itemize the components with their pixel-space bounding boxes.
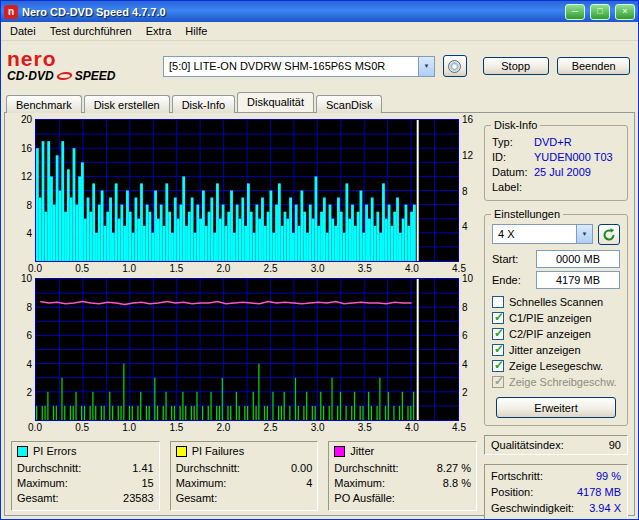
axis-tick: 8 — [26, 301, 32, 312]
axis-tick: 2.5 — [264, 263, 278, 274]
disk-date-value: 25 Jul 2009 — [534, 165, 591, 180]
product-wordmark: CD·DVD SPEED — [7, 69, 155, 83]
menu-bar: Datei Test durchführen Extra Hilfe — [1, 22, 638, 41]
stat-value: 23583 — [123, 491, 154, 506]
side-panel: Disk-Info Typ:DVD+R ID:YUDEN000 T03 Datu… — [484, 119, 630, 512]
maximize-button[interactable]: □ — [590, 4, 610, 20]
end-field[interactable]: 4179 MB — [536, 271, 620, 289]
axis-tick: 4 — [26, 358, 32, 369]
axis-tick: 4 — [462, 358, 468, 369]
stat-label: Durchschnitt: — [334, 461, 398, 476]
axis-tick: 4 — [26, 228, 32, 239]
disk-info-group: Disk-Info Typ:DVD+R ID:YUDEN000 T03 Datu… — [484, 125, 628, 201]
progress-panel: Fortschritt:99 % Position:4178 MB Geschw… — [484, 464, 628, 520]
axis-tick: 2.5 — [264, 422, 278, 433]
axis-tick: 6 — [462, 330, 468, 341]
tab-scandisk[interactable]: ScanDisk — [316, 95, 382, 113]
checkbox-jitter[interactable]: Jitter anzeigen — [492, 343, 620, 357]
checkbox-icon — [492, 376, 504, 388]
settings-group: Einstellungen 4 X ▼ Start: 00 — [484, 214, 628, 426]
disk-label-label: Label: — [492, 180, 534, 195]
axis-tick: 8 — [462, 185, 468, 196]
tab-disk-erstellen[interactable]: Disk erstellen — [84, 95, 170, 113]
titlebar: n Nero CD-DVD Speed 4.7.7.0 ─ □ × — [1, 1, 638, 22]
menu-item-datei[interactable]: Datei — [3, 23, 43, 39]
disk-date-label: Datum: — [492, 165, 534, 180]
disc-icon — [448, 60, 461, 73]
checkbox-fast-scan[interactable]: Schnelles Scannen — [492, 295, 620, 309]
axis-tick: 3.0 — [311, 263, 325, 274]
minimize-button[interactable]: ─ — [565, 4, 585, 20]
pi-errors-left-axis: 20161284 — [9, 119, 35, 262]
stat-label: Maximum: — [17, 476, 68, 491]
nero-app-icon: n — [4, 5, 18, 19]
stat-title: PI Failures — [192, 444, 245, 459]
checkbox-icon — [492, 360, 504, 372]
speed-select[interactable]: 4 X ▼ — [492, 224, 593, 244]
speed-text: SPEED — [75, 69, 116, 83]
disk-id-value: YUDEN000 T03 — [534, 150, 613, 165]
pi-errors-plot — [35, 119, 459, 262]
menu-item-test-durchfuehren[interactable]: Test durchführen — [43, 23, 139, 39]
pif-right-axis: 108642 — [459, 278, 479, 421]
disk-type-label: Typ: — [492, 135, 534, 150]
refresh-button[interactable] — [598, 224, 620, 245]
axis-tick: 1.0 — [122, 263, 136, 274]
axis-tick: 1.5 — [169, 263, 183, 274]
checkbox-c1-pie[interactable]: C1/PIE anzeigen — [492, 311, 620, 325]
advanced-button[interactable]: Erweitert — [496, 397, 616, 418]
checkbox-icon — [492, 296, 504, 308]
axis-tick: 20 — [21, 114, 32, 125]
stat-value: 8.27 % — [437, 461, 471, 476]
pi-errors-right-axis: 161284 — [459, 119, 479, 262]
close-button[interactable]: × — [615, 4, 635, 20]
axis-tick: 8 — [26, 199, 32, 210]
stat-value: 0.00 — [291, 461, 312, 476]
pif-jitter-chart — [36, 279, 458, 420]
cddvd-text: CD·DVD — [7, 69, 54, 83]
pi-errors-chart-block: 20161284 161284 0.00.51.01.52.02.53.03.5… — [9, 119, 479, 276]
stat-label: Gesamt: — [176, 491, 218, 506]
charts-column: 20161284 161284 0.00.51.01.52.02.53.03.5… — [9, 119, 479, 512]
axis-tick: 0.5 — [75, 422, 89, 433]
checkbox-show-write-speed: Zeige Schreibgeschw. — [492, 375, 620, 389]
eject-disc-button[interactable] — [443, 55, 467, 77]
stat-title: Jitter — [350, 444, 374, 459]
tab-bar: Benchmark Disk erstellen Disk-Info Diskq… — [1, 91, 638, 112]
disk-type-value: DVD+R — [534, 135, 572, 150]
checkbox-icon — [492, 344, 504, 356]
pi-errors-stats-box: PI Errors Durchschnitt:1.41 Maximum:15 G… — [11, 441, 160, 511]
refresh-icon — [602, 228, 616, 242]
position-label: Position: — [491, 484, 533, 500]
chevron-down-icon[interactable]: ▼ — [418, 57, 434, 76]
pif-x-axis: 0.00.51.01.52.02.53.03.54.04.5 — [35, 421, 459, 435]
quit-button[interactable]: Beenden — [557, 57, 630, 75]
menu-item-hilfe[interactable]: Hilfe — [178, 23, 214, 39]
start-field[interactable]: 0000 MB — [536, 250, 620, 268]
jitter-swatch-icon — [334, 446, 345, 457]
drive-select[interactable]: [5:0] LITE-ON DVDRW SHM-165P6S MS0R ▼ — [163, 56, 435, 77]
pi-errors-swatch-icon — [17, 446, 28, 457]
end-label: Ende: — [492, 274, 521, 286]
tab-diskqualitaet[interactable]: Diskqualität — [237, 92, 314, 112]
axis-tick: 6 — [26, 330, 32, 341]
header-toolbar: nero CD·DVD SPEED [5:0] LITE-ON DVDRW SH… — [1, 41, 638, 91]
chevron-down-icon[interactable]: ▼ — [576, 225, 592, 243]
speed-swoosh-icon — [55, 72, 74, 80]
stat-label: Durchschnitt: — [176, 461, 240, 476]
tab-disk-info[interactable]: Disk-Info — [172, 95, 235, 113]
axis-tick: 3.5 — [358, 422, 372, 433]
stop-button[interactable]: Stopp — [483, 57, 549, 75]
quality-index-panel: Qualitätsindex: 90 — [484, 435, 628, 455]
tab-benchmark[interactable]: Benchmark — [6, 95, 82, 113]
progress-value: 99 % — [596, 468, 621, 484]
stats-row: PI Errors Durchschnitt:1.41 Maximum:15 G… — [9, 441, 479, 511]
checkbox-c2-pif[interactable]: C2/PIF anzeigen — [492, 327, 620, 341]
nero-logo: nero CD·DVD SPEED — [7, 49, 155, 83]
quality-index-value: 90 — [609, 439, 621, 451]
pi-errors-x-axis: 0.00.51.01.52.02.53.03.54.04.5 — [35, 262, 459, 276]
checkbox-show-read-speed[interactable]: Zeige Lesegeschw. — [492, 359, 620, 373]
axis-tick: 4 — [462, 221, 468, 232]
menu-item-extra[interactable]: Extra — [139, 23, 179, 39]
axis-tick: 10 — [462, 273, 473, 284]
